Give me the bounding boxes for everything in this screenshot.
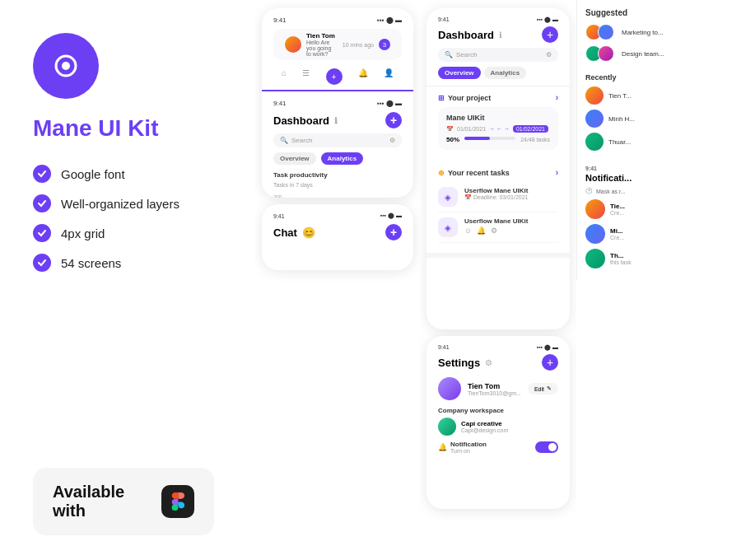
task-icon-1: ◈	[438, 187, 458, 207]
marketing-avatars	[585, 24, 610, 40]
edit-button[interactable]: Edit ✎	[528, 383, 558, 394]
search-icon: 🔍	[280, 137, 288, 144]
phone1-status: 9:41 ▪▪▪ ⬤ ▬	[262, 8, 413, 29]
avatar-2	[598, 24, 614, 40]
workspace-item: Capi creative Capi@design.com	[438, 418, 558, 436]
feature-text-2: Well-organized layers	[61, 197, 179, 211]
ps-signal: ▪▪▪ ⬤ ▬	[537, 344, 558, 351]
task-item-1: ◈ Userflow Mane UIKit 📅 Deadline: 03/01/…	[438, 182, 558, 212]
pd2-tab-analytics[interactable]: Analytics	[484, 67, 527, 79]
ps-add-btn[interactable]: +	[542, 354, 558, 371]
np-action-2: Cre...	[610, 235, 624, 240]
svg-point-1	[62, 62, 70, 70]
project-card: Mane UIKit 📅 01/01/2021 → ← → 01/02/2021…	[438, 107, 558, 150]
ps-avatar	[438, 377, 461, 400]
feature-grid: 4px grid	[33, 224, 231, 242]
phone1-dash-time: 9:41	[273, 100, 287, 107]
tab-overview[interactable]: Overview	[273, 152, 316, 165]
tasks-count: 24/48 tasks	[520, 137, 550, 142]
ps-user: Tien Tom TienTom3010@gm... Edit ✎	[426, 377, 570, 407]
suggested-panel: Suggested Marketing to... Design team...…	[576, 0, 683, 280]
phone1-signal: ▪▪▪ ⬤ ▬	[377, 16, 402, 24]
project-name: Mane UIKit	[446, 114, 550, 122]
scroll-indicator	[426, 253, 570, 258]
np-name-3: Th...	[610, 252, 631, 259]
bars	[285, 191, 312, 198]
pd2-time: 9:41	[438, 16, 450, 23]
calendar-icon: 📅	[446, 126, 454, 133]
chat-add-btn[interactable]: +	[385, 224, 402, 240]
phone1-search[interactable]: 🔍 Search ⚙	[273, 133, 402, 147]
add-btn[interactable]: +	[385, 112, 402, 128]
phone1-dash-signal: ▪▪▪ ⬤ ▬	[377, 100, 402, 107]
figma-icon	[161, 485, 194, 518]
task-actions: ☺ 🔔 ⚙	[464, 226, 528, 235]
pd2-tabs: Overview Analytics	[426, 67, 570, 86]
task-bell-icon: 🔔	[477, 226, 486, 235]
phone-dashboard-analytics: 9:41 ▪▪▪ ⬤ ▬ Tien Tom Hello Are you goin…	[262, 8, 413, 198]
filter-icon: ⚙	[389, 137, 395, 144]
chart-label: Task productivity	[273, 171, 402, 179]
task-name-1: Userflow Mane UIKit	[464, 187, 529, 194]
pd2-search[interactable]: 🔍 Search ⚙	[438, 48, 558, 62]
chevron-right-icon: ›	[556, 93, 558, 102]
recent-tasks-section: ⊕ Your recent tasks › ◈ Userflow Mane UI…	[426, 161, 570, 250]
feature-screens: 54 screens	[33, 254, 231, 272]
phone-dashboard-overview: 9:41 ▪▪▪ ⬤ ▬ Dashboard ℹ + 🔍 Search ⚙ Ov…	[426, 8, 570, 329]
ps-name: Tien Tom	[468, 382, 521, 390]
logo-circle	[33, 33, 99, 99]
screens-area: 9:41 ▪▪▪ ⬤ ▬ Tien Tom Hello Are you goin…	[255, 0, 741, 560]
mask-row: 🕐 Mask as r...	[585, 188, 675, 194]
nav-task-icon: ☰	[302, 68, 310, 85]
task-like-icon: ☺	[464, 226, 472, 235]
feature-organized-layers: Well-organized layers	[33, 194, 231, 212]
suggested-marketing: Marketing to...	[585, 24, 675, 40]
ws-avatar	[438, 418, 456, 436]
notification-toggle[interactable]	[535, 441, 558, 453]
task-icon-2: ◈	[438, 217, 458, 237]
recent-tasks-title: ⊕ Your recent tasks ›	[438, 168, 558, 177]
y-axis: 2001000	[273, 194, 282, 198]
chart-area: Task productivity Tasks in 7 days 200100…	[262, 171, 413, 198]
recently-avatar-1	[585, 86, 604, 105]
bell-icon: 🔔	[438, 443, 447, 451]
ps-title: Settings ⚙ +	[426, 354, 570, 377]
check-icon-1	[33, 165, 51, 183]
pd2-info-icon: ℹ	[499, 30, 502, 40]
grid-icon: ⊞	[438, 94, 445, 102]
chat-status: 9:41 ▪▪▪ ⬤ ▬	[273, 212, 402, 219]
check-icon-3	[33, 224, 51, 242]
ps-gear-icon: ⚙	[485, 358, 492, 367]
np-item-2: Mi... Cre...	[585, 224, 675, 244]
np-avatar-3	[585, 249, 605, 268]
notifications-mini: 9:41 Notificati... 🕐 Mask as r... Tie...…	[585, 166, 675, 273]
np-avatar-2	[585, 224, 605, 244]
pd2-status: 9:41 ▪▪▪ ⬤ ▬	[426, 8, 570, 26]
phone1-time: 9:41	[273, 16, 287, 24]
phone1-dash-status: 9:41 ▪▪▪ ⬤ ▬	[262, 91, 413, 112]
task-deadline-1: 📅 Deadline: 03/01/2021	[464, 194, 529, 201]
feature-text-3: 4px grid	[61, 226, 105, 240]
phones-column-1: 9:41 ▪▪▪ ⬤ ▬ Tien Tom Hello Are you goin…	[255, 0, 420, 560]
avatar-4	[598, 45, 614, 62]
progress-bar	[464, 137, 515, 140]
marketing-name: Marketing to...	[622, 29, 664, 36]
pd2-search-icon: 🔍	[445, 51, 453, 58]
nav-center-btn[interactable]: +	[326, 68, 343, 85]
available-text: Available with	[53, 483, 150, 520]
cal-icon: 📅	[464, 194, 473, 200]
svg-point-2	[172, 504, 179, 511]
phone-settings: 9:41 ▪▪▪ ⬤ ▬ Settings ⚙ + Tien Tom TienT…	[426, 336, 570, 509]
chat-title: Chat 😊 +	[273, 224, 402, 240]
recently-minh: Minh H...	[585, 110, 675, 128]
tab-analytics[interactable]: Analytics	[321, 152, 364, 165]
features-list: Google font Well-organized layers 4px gr…	[33, 165, 231, 272]
check-icon-4	[33, 254, 51, 272]
phone1-tabs: Overview Analytics	[262, 152, 413, 171]
progress-pct: 50%	[446, 136, 459, 143]
pd2-tab-overview[interactable]: Overview	[438, 67, 481, 79]
pd2-add-btn[interactable]: +	[542, 26, 558, 43]
company-workspace-section: Company workspace Capi creative Capi@des…	[426, 407, 570, 441]
company-label: Company workspace	[438, 407, 558, 414]
edit-pencil-icon: ✎	[547, 385, 552, 392]
